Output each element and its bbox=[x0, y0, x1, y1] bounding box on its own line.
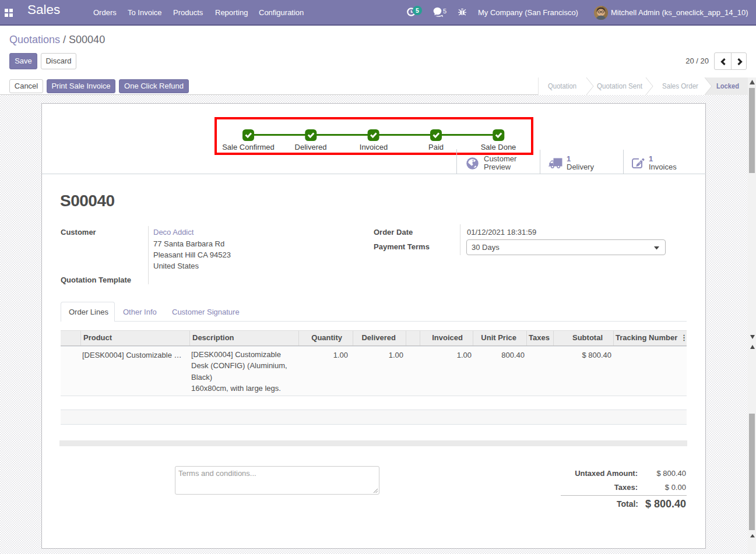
svg-text:Sales Order: Sales Order bbox=[662, 82, 699, 90]
svg-text:Quotation: Quotation bbox=[548, 82, 576, 90]
svg-text:Quotation Sent: Quotation Sent bbox=[597, 82, 642, 90]
svg-text:Locked: Locked bbox=[716, 82, 739, 90]
